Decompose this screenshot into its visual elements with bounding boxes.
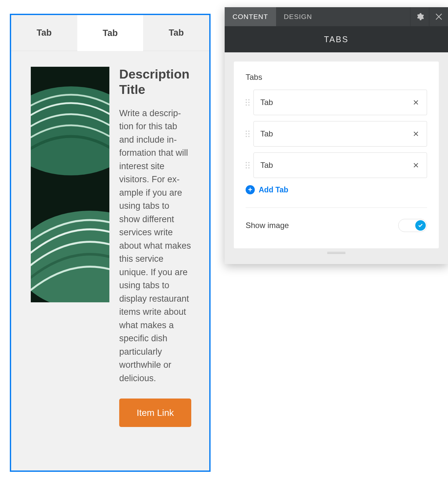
item-link-button[interactable]: Item Link: [119, 399, 191, 427]
add-tab-button[interactable]: + Add Tab: [246, 185, 427, 194]
tab-item-1: Tab: [246, 121, 427, 147]
divider: [246, 207, 427, 208]
show-image-row: Show image: [246, 219, 427, 232]
preview-tab-2[interactable]: Tab: [143, 15, 209, 51]
panel-tab-content[interactable]: CONTENT: [225, 7, 276, 26]
delete-tab-button[interactable]: [412, 160, 420, 170]
preview-image: [31, 67, 109, 302]
preview-text-column: Description Title Write a descrip­tion f…: [119, 67, 191, 427]
description-title: Description Title: [119, 67, 191, 98]
settings-panel: CONTENT DESIGN TABS Tabs Tab: [225, 7, 448, 264]
toggle-knob: [415, 220, 426, 231]
tab-input-value: Tab: [260, 129, 412, 138]
settings-card: Tabs Tab: [234, 62, 439, 248]
tab-input-value: Tab: [260, 161, 412, 170]
drag-handle-icon[interactable]: [246, 131, 251, 137]
close-icon: [413, 131, 419, 137]
tab-input-2[interactable]: Tab: [253, 152, 427, 178]
preview-content: Description Title Write a descrip­tion f…: [11, 51, 209, 447]
tabs-section-label: Tabs: [246, 73, 427, 82]
tab-item-2: Tab: [246, 152, 427, 178]
resize-grip[interactable]: [234, 250, 439, 257]
close-icon: [413, 162, 419, 168]
tab-item-0: Tab: [246, 90, 427, 115]
check-icon: [418, 223, 423, 228]
tab-input-0[interactable]: Tab: [253, 90, 427, 115]
add-tab-label: Add Tab: [259, 186, 288, 194]
preview-tabs-row: Tab Tab Tab: [11, 15, 209, 51]
settings-gear-button[interactable]: [410, 7, 429, 26]
tab-input-1[interactable]: Tab: [253, 121, 427, 147]
panel-title: TABS: [225, 26, 448, 52]
tab-input-value: Tab: [260, 98, 412, 107]
gear-icon: [416, 12, 424, 21]
drag-handle-icon[interactable]: [246, 162, 251, 169]
close-icon: [435, 12, 443, 21]
drag-handle-icon[interactable]: [246, 99, 251, 106]
close-panel-button[interactable]: [429, 7, 448, 26]
panel-body: Tabs Tab: [225, 52, 448, 264]
delete-tab-button[interactable]: [412, 129, 420, 139]
tabs-widget-preview: Tab Tab Tab: [10, 14, 211, 472]
panel-tab-design[interactable]: DESIGN: [276, 7, 320, 26]
show-image-label: Show image: [246, 221, 289, 230]
close-icon: [413, 99, 419, 105]
delete-tab-button[interactable]: [412, 98, 420, 108]
preview-tab-1[interactable]: Tab: [77, 15, 143, 51]
plus-circle-icon: +: [246, 185, 255, 194]
show-image-toggle[interactable]: [398, 219, 427, 232]
preview-tab-0[interactable]: Tab: [11, 15, 77, 51]
settings-panel-header: CONTENT DESIGN: [225, 7, 448, 26]
description-body: Write a descrip­tion for this tab and in…: [119, 107, 191, 385]
